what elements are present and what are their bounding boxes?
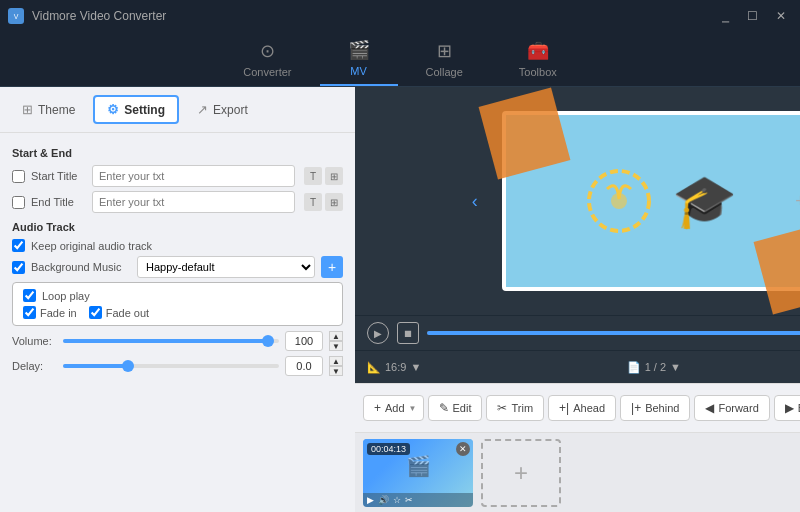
volume-up-btn[interactable]: ▲ bbox=[329, 331, 343, 341]
end-title-grid-icon[interactable]: ⊞ bbox=[325, 193, 343, 211]
start-title-font-icon[interactable]: T bbox=[304, 167, 322, 185]
volume-row: Volume: 100 ▲ ▼ bbox=[12, 331, 343, 351]
grad-cap-icon: 🎓 bbox=[672, 175, 737, 227]
close-btn[interactable]: ✕ bbox=[770, 7, 792, 25]
delay-up-btn[interactable]: ▲ bbox=[329, 356, 343, 366]
start-title-label: Start Title bbox=[31, 170, 86, 182]
tab-export[interactable]: ↗ Export bbox=[185, 95, 260, 124]
delay-label: Delay: bbox=[12, 360, 57, 372]
loop-row: Loop play bbox=[23, 289, 332, 302]
tab-theme[interactable]: ⊞ Theme bbox=[10, 95, 87, 124]
trim-btn[interactable]: ✂ Trim bbox=[486, 395, 544, 421]
volume-ctrl-icon[interactable]: 🔊 bbox=[378, 495, 389, 505]
behind-icon: |+ bbox=[631, 401, 641, 415]
volume-value: 100 bbox=[285, 331, 323, 351]
start-title-checkbox[interactable] bbox=[12, 170, 25, 183]
backward-btn[interactable]: ▶ Backward bbox=[774, 395, 800, 421]
volume-spinners: ▲ ▼ bbox=[329, 331, 343, 351]
tab-converter-label: Converter bbox=[243, 66, 291, 78]
delay-track[interactable] bbox=[63, 364, 279, 368]
left-tabs: ⊞ Theme ⚙ Setting ↗ Export bbox=[0, 87, 355, 133]
video-content: 🎓 bbox=[587, 169, 737, 234]
bottom-toolbar: + Add ▼ ✎ Edit ✂ Trim +| Ahead |+ Behind… bbox=[355, 383, 800, 432]
collage-icon: ⊞ bbox=[437, 40, 452, 62]
bg-music-checkbox[interactable] bbox=[12, 261, 25, 274]
keep-original-row: Keep original audio track bbox=[12, 239, 343, 252]
delay-down-btn[interactable]: ▼ bbox=[329, 366, 343, 376]
behind-btn[interactable]: |+ Behind bbox=[620, 395, 690, 421]
nav-tabs: ⊙ Converter 🎬 MV ⊞ Collage 🧰 Toolbox bbox=[0, 32, 800, 87]
progress-track[interactable] bbox=[427, 331, 800, 335]
ratio-label: 16:9 bbox=[385, 361, 406, 373]
fade-row: Fade in Fade out bbox=[23, 306, 332, 319]
keep-original-checkbox[interactable] bbox=[12, 239, 25, 252]
volume-down-btn[interactable]: ▼ bbox=[329, 341, 343, 351]
timeline-add-btn[interactable]: + bbox=[481, 439, 561, 507]
ahead-btn[interactable]: +| Ahead bbox=[548, 395, 616, 421]
progress-fill bbox=[427, 331, 800, 335]
start-end-section: Start & End Start Title T ⊞ End Title bbox=[12, 147, 343, 213]
play-ctrl-icon[interactable]: ▶ bbox=[367, 495, 374, 505]
page-selector: 📄 1 / 2 ▼ bbox=[627, 361, 681, 374]
tab-collage[interactable]: ⊞ Collage bbox=[398, 32, 491, 86]
forward-label: Forward bbox=[718, 402, 758, 414]
end-title-input[interactable] bbox=[92, 191, 295, 213]
tab-setting-label: Setting bbox=[124, 103, 165, 117]
tab-converter[interactable]: ⊙ Converter bbox=[215, 32, 319, 86]
theme-grid-icon: ⊞ bbox=[22, 102, 33, 117]
settings-content: Start & End Start Title T ⊞ End Title bbox=[0, 133, 355, 512]
page-icon: 📄 bbox=[627, 361, 641, 374]
tab-toolbox[interactable]: 🧰 Toolbox bbox=[491, 32, 585, 86]
delay-fill bbox=[63, 364, 128, 368]
ahead-icon: +| bbox=[559, 401, 569, 415]
fade-options-box: Loop play Fade in Fade out bbox=[12, 282, 343, 326]
fade-out-checkbox[interactable] bbox=[89, 306, 102, 319]
timeline-close-btn[interactable]: ✕ bbox=[456, 442, 470, 456]
prev-arrow[interactable]: ‹ bbox=[468, 187, 482, 216]
tab-setting[interactable]: ⚙ Setting bbox=[93, 95, 179, 124]
timeline: 🎬 ▶ 🔊 ☆ ✂ 00:04:13 ✕ + bbox=[355, 432, 800, 512]
bg-music-select[interactable]: Happy-default bbox=[137, 256, 315, 278]
fade-out-label: Fade out bbox=[106, 307, 149, 319]
forward-btn[interactable]: ◀ Forward bbox=[694, 395, 769, 421]
stop-btn[interactable]: ⏹ bbox=[397, 322, 419, 344]
volume-fill bbox=[63, 339, 268, 343]
loop-play-checkbox[interactable] bbox=[23, 289, 36, 302]
delay-thumb[interactable] bbox=[122, 360, 134, 372]
add-content-btn[interactable]: + bbox=[795, 191, 800, 212]
behind-label: Behind bbox=[645, 402, 679, 414]
cut-ctrl-icon[interactable]: ✂ bbox=[405, 495, 413, 505]
star-ctrl-icon[interactable]: ☆ bbox=[393, 495, 401, 505]
add-chevron-icon: ▼ bbox=[409, 404, 417, 413]
start-end-title: Start & End bbox=[12, 147, 343, 159]
audio-track-title: Audio Track bbox=[12, 221, 343, 233]
edit-label: Edit bbox=[453, 402, 472, 414]
ratio-selector[interactable]: 📐 16:9 ▼ bbox=[367, 361, 421, 374]
add-btn[interactable]: + Add ▼ bbox=[363, 395, 424, 421]
edit-btn[interactable]: ✎ Edit bbox=[428, 395, 483, 421]
end-title-checkbox[interactable] bbox=[12, 196, 25, 209]
app-icon: V bbox=[8, 8, 24, 24]
volume-track[interactable] bbox=[63, 339, 279, 343]
title-bar: V Vidmore Video Converter ⎯ ☐ ✕ bbox=[0, 0, 800, 32]
fade-in-checkbox[interactable] bbox=[23, 306, 36, 319]
tab-mv-label: MV bbox=[350, 65, 367, 77]
play-btn[interactable]: ▶ bbox=[367, 322, 389, 344]
end-title-icons: T ⊞ bbox=[304, 193, 343, 211]
end-title-label: End Title bbox=[31, 196, 86, 208]
add-label: Add bbox=[385, 402, 405, 414]
add-music-btn[interactable]: + bbox=[321, 256, 343, 278]
preview-bottom-bar: 📐 16:9 ▼ 📄 1 / 2 ▼ Export bbox=[355, 350, 800, 383]
window-controls: ⎯ ☐ ✕ bbox=[716, 7, 792, 25]
maximize-btn[interactable]: ☐ bbox=[741, 7, 764, 25]
start-title-grid-icon[interactable]: ⊞ bbox=[325, 167, 343, 185]
tab-mv[interactable]: 🎬 MV bbox=[320, 32, 398, 86]
start-title-input[interactable] bbox=[92, 165, 295, 187]
tab-toolbox-label: Toolbox bbox=[519, 66, 557, 78]
end-title-font-icon[interactable]: T bbox=[304, 193, 322, 211]
volume-thumb[interactable] bbox=[262, 335, 274, 347]
right-panel: ‹ bbox=[355, 87, 800, 512]
svg-text:V: V bbox=[14, 13, 19, 20]
minimize-btn[interactable]: ⎯ bbox=[716, 7, 735, 25]
backward-icon: ▶ bbox=[785, 401, 794, 415]
